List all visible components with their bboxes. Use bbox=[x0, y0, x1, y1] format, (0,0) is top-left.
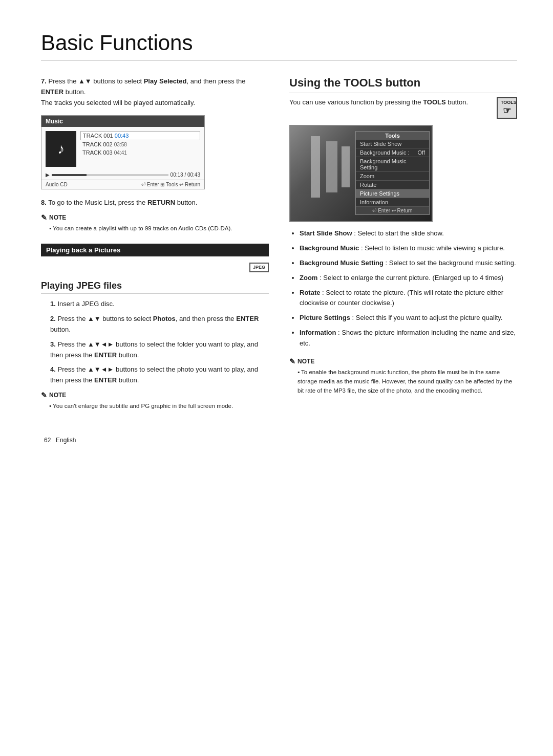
tools-menu-overlay: Tools Start Slide Show Background Music … bbox=[355, 131, 430, 215]
tv-screenshot: Tools Start Slide Show Background Music … bbox=[289, 125, 433, 222]
footer-right: ⏎ Enter ⊞ Tools ↩ Return bbox=[141, 182, 200, 187]
tools-item-6-label: Picture Settings bbox=[360, 190, 399, 197]
bullet-5-bold: Rotate bbox=[300, 289, 320, 296]
tools-menu-item-2: Background Music :Off bbox=[356, 148, 429, 157]
jpeg-step-2-bold2: ENTER bbox=[236, 315, 259, 322]
jpeg-step-1-text: Insert a JPEG disc. bbox=[57, 300, 114, 308]
bullet-6-text: : Select this if you want to adjust the … bbox=[350, 314, 502, 321]
tools-intro-text: You can use various function by pressing… bbox=[289, 97, 492, 108]
step-7-text3: button. bbox=[63, 88, 86, 96]
note-1-content: You can create a playlist with up to 99 … bbox=[49, 224, 269, 233]
progress-bar-row: ▶ 00:13 / 00:43 bbox=[41, 171, 204, 180]
playing-jpeg-heading: Playing JPEG files bbox=[41, 280, 269, 294]
tools-menu-footer: ⏎ Enter ↩ Return bbox=[356, 207, 429, 214]
page-language-label: English bbox=[56, 437, 76, 444]
note-2-label-text: NOTE bbox=[49, 392, 66, 399]
note-3-content: To enable the background music function,… bbox=[297, 368, 517, 396]
track-2-time: 03:58 bbox=[114, 142, 127, 147]
tools-menu-item-7: Information bbox=[356, 198, 429, 207]
bullet-1-bold: Start Slide Show bbox=[300, 229, 352, 237]
note-2-bullet: You can't enlarge the subtitle and PG gr… bbox=[49, 401, 269, 411]
bullet-item-3: Background Music Setting : Select to set… bbox=[300, 258, 517, 269]
bullet-2-bold: Background Music bbox=[300, 244, 359, 252]
bullet-item-7: Information : Shows the picture informat… bbox=[300, 328, 517, 349]
jpeg-step-3-text2: button. bbox=[117, 351, 139, 359]
jpeg-step-2: 2. Press the ▲▼ buttons to select Photos… bbox=[50, 314, 269, 335]
tools-item-5-label: Rotate bbox=[360, 182, 376, 188]
music-box-body: ♪ TRACK 001 00:43 TRACK 002 03:58 TRACK … bbox=[41, 127, 204, 171]
progress-bar-fill bbox=[52, 174, 87, 176]
section-bar: Playing back a Pictures bbox=[41, 244, 269, 256]
step-8-text1: To go to the Music List, press the bbox=[48, 199, 147, 206]
jpeg-step-4-text2: button. bbox=[117, 376, 139, 384]
tools-menu-title: Tools bbox=[356, 132, 429, 140]
pillar2 bbox=[326, 141, 337, 192]
step-7-text1: Press the ▲▼ buttons to select bbox=[48, 77, 143, 85]
tools-btn-label: TOOLS bbox=[501, 100, 513, 105]
play-icon: ▶ bbox=[46, 172, 50, 178]
jpeg-step-2-bold: Photos bbox=[153, 315, 176, 322]
tools-item-3-label: Background Music Setting bbox=[360, 158, 425, 170]
jpeg-icon-text: JPEG bbox=[252, 265, 266, 270]
note-3-label-text: NOTE bbox=[297, 358, 314, 365]
bullet-4-bold: Zoom bbox=[300, 274, 317, 282]
pillar3 bbox=[342, 146, 350, 187]
step-7-bold1: Play Selected bbox=[144, 77, 187, 85]
track-item-1: TRACK 001 00:43 bbox=[80, 131, 200, 140]
music-box: Music ♪ TRACK 001 00:43 TRACK 002 03:58 bbox=[41, 115, 205, 189]
tools-item-7-label: Information bbox=[360, 199, 388, 205]
step-8-bold: RETURN bbox=[147, 199, 175, 206]
tools-intro-part2: button. bbox=[446, 98, 468, 106]
bullet-4-text: : Select to enlarge the current picture.… bbox=[317, 274, 503, 282]
tools-intro-wrap: You can use various function by pressing… bbox=[289, 97, 517, 119]
track-3-time: 04:41 bbox=[114, 150, 127, 156]
jpeg-step-3-bold: ENTER bbox=[94, 351, 117, 359]
tools-menu-item-3: Background Music Setting bbox=[356, 157, 429, 172]
bullet-item-4: Zoom : Select to enlarge the current pic… bbox=[300, 273, 517, 284]
note-symbol: ♪ bbox=[57, 141, 65, 157]
bullet-6-bold: Picture Settings bbox=[300, 314, 350, 321]
jpeg-step-2-text1: Press the ▲▼ buttons to select bbox=[57, 315, 153, 322]
step-7-text4: The tracks you selected will be played a… bbox=[41, 99, 195, 106]
note-2-content: You can't enlarge the subtitle and PG gr… bbox=[49, 401, 269, 411]
step-8-number: 8. bbox=[41, 199, 47, 206]
tools-menu-item-6: Picture Settings bbox=[356, 189, 429, 198]
page-number-area: 62 English bbox=[41, 436, 517, 444]
music-box-header: Music bbox=[41, 116, 204, 127]
jpeg-step-4-num: 4. bbox=[50, 365, 56, 373]
step-7-number: 7. bbox=[41, 77, 47, 85]
left-column: 7. Press the ▲▼ buttons to select Play S… bbox=[41, 76, 269, 416]
finger-icon: ☞ bbox=[501, 105, 513, 117]
tools-item-1-label: Start Slide Show bbox=[360, 141, 401, 147]
music-note-icon: ♪ bbox=[46, 131, 76, 167]
track-item-2: TRACK 002 03:58 bbox=[80, 140, 200, 148]
tools-heading: Using the TOOLS button bbox=[289, 76, 517, 93]
step-8: 8. To go to the Music List, press the RE… bbox=[41, 198, 269, 208]
bullet-5-text: : Select to rotate the picture. (This wi… bbox=[300, 289, 503, 307]
music-footer: Audio CD ⏎ Enter ⊞ Tools ↩ Return bbox=[41, 180, 204, 189]
note-1: ✎ NOTE You can create a playlist with up… bbox=[41, 213, 269, 233]
jpeg-step-3-num: 3. bbox=[50, 340, 56, 348]
step-7-text2: , and then press the bbox=[186, 77, 245, 85]
step-7-bold2: ENTER bbox=[41, 88, 63, 96]
note-1-label-text: NOTE bbox=[49, 214, 66, 221]
page-number: 62 bbox=[44, 437, 51, 444]
tools-item-4-label: Zoom bbox=[360, 173, 374, 179]
jpeg-step-1-num: 1. bbox=[50, 300, 56, 308]
bullet-item-5: Rotate : Select to rotate the picture. (… bbox=[300, 288, 517, 309]
tools-menu-item-5: Rotate bbox=[356, 181, 429, 189]
note-1-bullet: You can create a playlist with up to 99 … bbox=[49, 224, 269, 233]
track-item-3: TRACK 003 04:41 bbox=[80, 148, 200, 157]
jpeg-step-4-text1: Press the ▲▼◄► buttons to select the pho… bbox=[50, 365, 258, 384]
bullet-item-6: Picture Settings : Select this if you wa… bbox=[300, 313, 517, 323]
tools-bullet-list: Start Slide Show : Select to start the s… bbox=[300, 228, 517, 349]
pencil-icon-1: ✎ bbox=[41, 213, 47, 222]
bullet-3-bold: Background Music Setting bbox=[300, 259, 384, 267]
note-3-bullet: To enable the background music function,… bbox=[297, 368, 517, 396]
track-2-name: TRACK 002 bbox=[82, 141, 113, 147]
jpeg-step-3-text1: Press the ▲▼◄► buttons to select the fol… bbox=[50, 340, 258, 359]
tools-image-area: Tools Start Slide Show Background Music … bbox=[289, 125, 517, 222]
note-2-label: ✎ NOTE bbox=[41, 391, 269, 399]
tools-intro-bold: TOOLS bbox=[423, 98, 446, 106]
step-7: 7. Press the ▲▼ buttons to select Play S… bbox=[41, 76, 269, 108]
